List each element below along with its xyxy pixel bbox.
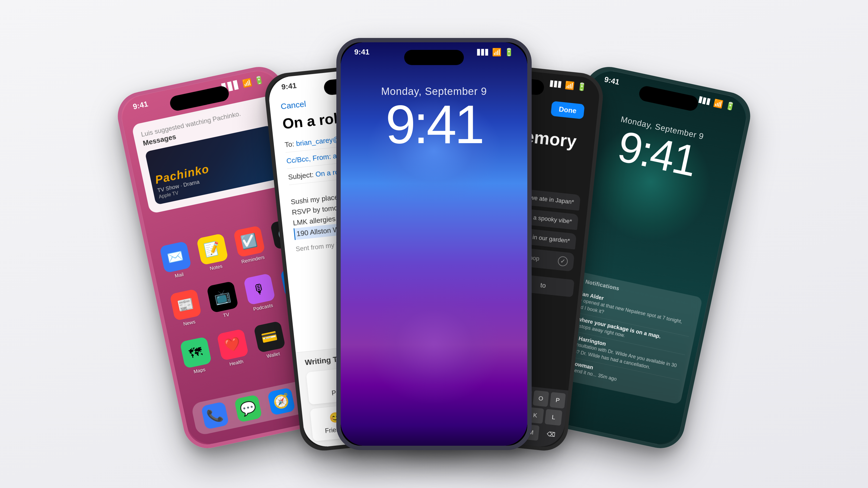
dock-app-1[interactable]: 📞: [201, 401, 229, 430]
podcasts-icon: 🎙: [243, 273, 276, 305]
status-time-5: 9:41: [603, 75, 620, 87]
wifi-icon-3: 📶: [492, 48, 501, 57]
app-icon-maps[interactable]: 🗺 Maps: [178, 336, 215, 377]
health-icon: ❤️: [216, 329, 249, 361]
app-label-podcasts: Podcasts: [253, 302, 274, 312]
app-label-mail: Mail: [174, 272, 184, 279]
status-time-2: 9:41: [281, 82, 297, 92]
app-label-news: News: [183, 319, 196, 327]
done-button[interactable]: Done: [551, 101, 585, 119]
battery-icon-5: 🔋: [725, 101, 736, 112]
dock-app-3[interactable]: 🧭: [267, 387, 296, 416]
app-icon-health[interactable]: ❤️ Health: [215, 328, 252, 369]
app-icon-news[interactable]: 📰 News: [167, 289, 205, 329]
app-label-maps: Maps: [193, 367, 206, 375]
app-icon-mail[interactable]: ✉️ Mail: [157, 240, 195, 281]
wifi-icon-1: 📶: [241, 77, 252, 88]
app-label-notes: Notes: [209, 263, 223, 271]
signal-icon-4: ▋▋▋: [550, 80, 563, 88]
app-label-health: Health: [229, 359, 244, 367]
signal-icon-3: ▋▋▋: [477, 49, 489, 56]
status-time-1: 9:41: [132, 99, 149, 111]
status-time-3: 9:41: [354, 48, 369, 56]
app-label-wallet: Wallet: [266, 351, 280, 359]
lock-time-center: 9:41: [385, 97, 482, 152]
status-right-5: ▋▋▋ 📶 🔋: [698, 95, 736, 111]
status-right-3: ▋▋▋ 📶 🔋: [477, 48, 514, 57]
check-circle-icon: ✓: [557, 256, 568, 267]
key-o[interactable]: O: [533, 390, 549, 407]
wallet-icon: 💳: [253, 321, 286, 353]
phones-container: 9:41 ▋▋▋ 📶 🔋 Luis suggested watching Pac…: [0, 0, 868, 488]
battery-icon-4: 🔋: [577, 82, 587, 92]
status-right-4: ▋▋▋ 📶 🔋: [550, 79, 587, 92]
news-icon: 📰: [169, 289, 202, 321]
notes-icon: 📝: [196, 233, 228, 265]
app-icon-reminders[interactable]: ☑️ Reminders: [231, 225, 269, 266]
app-icon-podcasts[interactable]: 🎙 Podcasts: [241, 273, 279, 314]
pred-word-3[interactable]: to: [540, 281, 546, 289]
reminders-icon: ☑️: [233, 225, 265, 258]
maps-icon: 🗺: [180, 336, 212, 369]
wifi-icon-4: 📶: [564, 80, 575, 90]
key-delete[interactable]: ⌫: [540, 426, 562, 443]
dynamic-island-3: [404, 50, 464, 65]
dock-safari-icon: 🧭: [267, 387, 296, 416]
app-label-tv: TV: [223, 312, 230, 319]
dock-phone-icon: 📞: [201, 401, 229, 430]
orb-decoration-bottom: [366, 283, 502, 405]
email-cc-label: Cc/Bcc, From:: [286, 152, 333, 165]
lock-screen-center: 9:41 ▋▋▋ 📶 🔋 Monday, September 9 9:41: [341, 42, 527, 446]
dock-messages-icon: 💬: [234, 394, 262, 423]
dock-app-2[interactable]: 💬: [234, 394, 262, 423]
battery-icon-3: 🔋: [504, 48, 514, 57]
key-p[interactable]: P: [550, 392, 566, 409]
signal-icon-5: ▋▋▋: [699, 96, 712, 105]
mail-icon: ✉️: [159, 241, 191, 273]
app-icon-notes[interactable]: 📝 Notes: [194, 233, 232, 273]
tv-icon: 📺: [207, 281, 239, 313]
app-icon-wallet[interactable]: 💳 Wallet: [251, 321, 289, 361]
wifi-icon-5: 📶: [713, 98, 724, 109]
battery-icon-1: 🔋: [253, 75, 265, 86]
phone-3: 9:41 ▋▋▋ 📶 🔋 Monday, September 9 9:41: [336, 38, 532, 450]
app-icon-tv[interactable]: 📺 TV: [204, 281, 242, 321]
key-l[interactable]: L: [545, 409, 563, 426]
